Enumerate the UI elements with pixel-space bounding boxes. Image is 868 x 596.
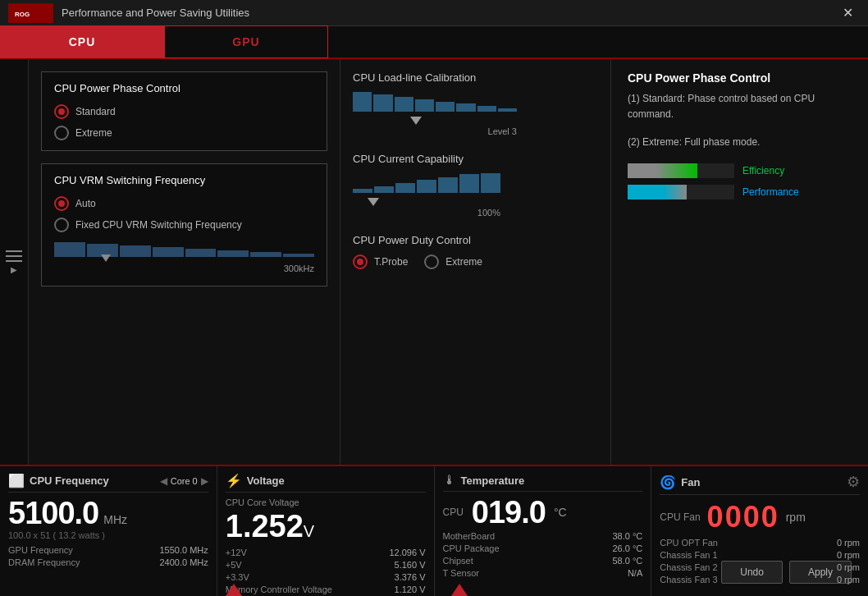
svg-text:ROG: ROG: [15, 11, 30, 18]
chassis-fan2-row: Chassis Fan 2 0 rpm: [660, 562, 860, 572]
vrm-auto-option[interactable]: Auto: [54, 196, 314, 211]
vrm-fixed-option[interactable]: Fixed CPU VRM Switching Frequency: [54, 218, 314, 232]
cpu-core-voltage-label: CPU Core Voltage: [226, 497, 426, 507]
sidebar-menu[interactable]: ▶: [0, 59, 29, 465]
cc-thumb: [368, 198, 379, 206]
window-title: Performance and Power Saving Utilities: [62, 7, 836, 19]
cpu-freq-label: CPU Frequency: [30, 475, 109, 487]
phase-standard-option[interactable]: Standard: [54, 104, 314, 119]
llc-thumb: [410, 117, 422, 125]
tab-cpu[interactable]: CPU: [0, 25, 164, 58]
llc-slider-track[interactable]: [353, 115, 517, 125]
phase-extreme-option[interactable]: Extreme: [54, 126, 314, 140]
voltage-label: Voltage: [247, 475, 285, 487]
core-prev-arrow[interactable]: ◀: [160, 475, 167, 487]
fan-section: 🌀 Fan ⚙ CPU Fan 0000 rpm CPU OPT Fan 0 r…: [651, 466, 868, 596]
fan-rows: CPU OPT Fan 0 rpm Chassis Fan 1 0 rpm Ch…: [660, 538, 860, 585]
cpu-phase-options: Standard Extreme: [54, 104, 314, 140]
cpu-pkg-row: CPU Package 26.0 °C: [443, 543, 643, 553]
cpu-temp-value: 019.0: [472, 497, 546, 528]
fan-header: 🌀 Fan ⚙: [660, 473, 860, 495]
fan-icon: 🌀: [660, 475, 676, 490]
vrm-slider-visual: [54, 242, 314, 257]
current-cap-title: CPU Current Capability: [353, 153, 598, 165]
efficiency-bar-fill: [628, 163, 697, 178]
cpu-phase-control-box: CPU Power Phase Control Standard Extreme: [41, 71, 327, 151]
bottom-status-bar: ⬜ CPU Frequency ◀ Core 0 ▶ 5100.0 MHz 10…: [0, 465, 868, 596]
temp-label: Temperature: [461, 475, 525, 487]
cpu-temp-unit: °C: [554, 506, 567, 519]
vrm-auto-radio[interactable]: [54, 196, 69, 211]
cpu-freq-display: 5100.0 MHz: [8, 497, 208, 529]
cpu-fan-unit: rpm: [786, 511, 806, 524]
duty-extreme-radio[interactable]: [424, 254, 439, 269]
voltage-display: 1.252 V: [226, 509, 426, 544]
voltage-header: ⚡ Voltage: [226, 473, 426, 493]
v12-row: +12V 12.096 V: [226, 548, 426, 557]
core-nav: ◀ Core 0 ▶: [160, 475, 208, 487]
vrm-fixed-label: Fixed CPU VRM Switching Frequency: [75, 219, 242, 231]
cpu-phase-title: CPU Power Phase Control: [54, 82, 314, 94]
menu-bar-1: [6, 250, 22, 252]
duty-control-title: CPU Power Duty Control: [353, 234, 598, 246]
cpu-freq-header: ⬜ CPU Frequency ◀ Core 0 ▶: [8, 473, 208, 493]
cpu-vrm-options: Auto Fixed CPU VRM Switching Frequency: [54, 196, 314, 232]
efficiency-bar-track: [628, 163, 734, 178]
core-display: Core 0: [171, 476, 198, 486]
t-sensor-row: T Sensor N/A: [443, 568, 643, 578]
current-cap-section: CPU Current Capability 100%: [353, 153, 598, 218]
vrm-slider-value: 300kHz: [54, 264, 314, 273]
llc-visual: [353, 92, 517, 112]
cpu-vrm-box: CPU VRM Switching Frequency Auto Fixed C…: [41, 163, 327, 287]
tab-gpu[interactable]: GPU: [164, 25, 328, 58]
right-panel-title: CPU Power Phase Control: [628, 71, 852, 85]
v33-row: +3.3V 3.376 V: [226, 572, 426, 582]
phase-standard-radio[interactable]: [54, 104, 69, 119]
chipset-row: Chipset 58.0 °C: [443, 556, 643, 566]
bottom-triangle-2: [451, 584, 468, 596]
voltage-value: 1.252: [226, 509, 304, 544]
close-button[interactable]: ✕: [836, 5, 860, 21]
vrm-slider-container: 300kHz: [54, 242, 314, 273]
chassis-fan1-row: Chassis Fan 1 0 rpm: [660, 550, 860, 560]
voltage-rows: +12V 12.096 V +5V 5.160 V +3.3V 3.376 V …: [226, 548, 426, 594]
duty-control-section: CPU Power Duty Control T.Probe Extreme: [353, 234, 598, 269]
left-panel: CPU Power Phase Control Standard Extreme…: [29, 59, 340, 465]
duty-tprobe[interactable]: T.Probe: [353, 254, 408, 269]
cpu-freq-value: 5100.0: [8, 497, 98, 529]
gpu-freq-row: GPU Frequency 1550.0 MHz: [8, 545, 208, 555]
core-next-arrow[interactable]: ▶: [201, 475, 208, 487]
cpu-temp-label: CPU: [443, 507, 464, 518]
titlebar: ROG Performance and Power Saving Utiliti…: [0, 0, 868, 26]
current-cap-slider: 100%: [353, 173, 598, 218]
tab-bar: CPU GPU: [0, 26, 868, 59]
llc-section: CPU Load-line Calibration Level 3: [353, 71, 598, 136]
efficiency-label: Efficiency: [742, 165, 784, 177]
vrm-slider-thumb: [101, 254, 111, 262]
temp-rows: MotherBoard 38.0 °C CPU Package 26.0 °C …: [443, 531, 643, 578]
phase-extreme-radio[interactable]: [54, 126, 69, 140]
dram-freq-row: DRAM Frequency 2400.0 MHz: [8, 557, 208, 567]
cc-value: 100%: [353, 208, 500, 218]
menu-expand-icon: ▶: [11, 265, 17, 274]
bottom-triangle-1: [226, 584, 242, 596]
voltage-icon: ⚡: [226, 473, 242, 488]
cpu-vrm-title: CPU VRM Switching Frequency: [54, 174, 314, 186]
vrm-fixed-radio[interactable]: [54, 218, 69, 232]
v5-row: +5V 5.160 V: [226, 560, 426, 570]
menu-bar-3: [6, 260, 22, 262]
performance-label: Performance: [742, 186, 799, 198]
cpu-temp-display: CPU 019.0 °C: [443, 497, 643, 528]
performance-bar-row: Performance: [628, 185, 852, 199]
duty-tprobe-radio[interactable]: [353, 254, 368, 269]
chassis-fan3-row: Chassis Fan 3 0 rpm: [660, 575, 860, 585]
vrm-slider-track[interactable]: [54, 242, 314, 262]
cpu-fan-label: CPU Fan: [660, 511, 700, 523]
fan-gear-icon[interactable]: ⚙: [847, 473, 860, 491]
fan-label: Fan: [681, 476, 700, 488]
duty-extreme[interactable]: Extreme: [424, 254, 482, 269]
cpu-freq-sub: 100.0 x 51 ( 13.2 watts ): [8, 530, 208, 540]
cc-track[interactable]: [353, 196, 500, 206]
phase-extreme-label: Extreme: [75, 127, 112, 139]
voltage-unit: V: [304, 522, 314, 541]
